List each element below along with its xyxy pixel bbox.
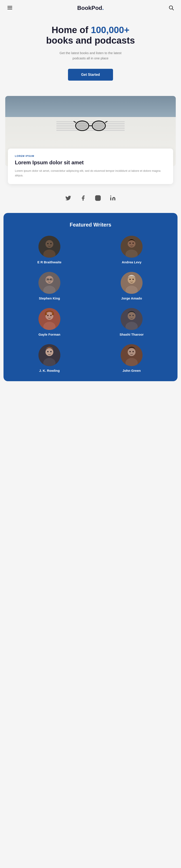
writer-name: Andrea Levy: [122, 260, 141, 264]
hamburger-icon: [7, 5, 13, 10]
svg-point-35: [128, 276, 136, 284]
featured-writers-title: Featured Writers: [10, 222, 171, 228]
instagram-icon: [95, 195, 101, 201]
writer-name: Jorge Amado: [121, 297, 142, 300]
writer-avatar-image: [121, 308, 143, 330]
svg-line-8: [74, 121, 76, 122]
writer-avatar-image: [121, 236, 143, 258]
svg-point-40: [45, 312, 53, 320]
search-icon: [168, 5, 174, 10]
svg-point-44: [45, 313, 47, 315]
svg-point-13: [97, 197, 99, 199]
writer-name: John Green: [122, 369, 141, 372]
hero-title: Home of 100,000+books and podcasts: [10, 25, 171, 46]
svg-point-54: [47, 351, 48, 352]
svg-point-30: [50, 279, 51, 280]
facebook-icon: [80, 195, 86, 201]
list-item[interactable]: Andrea Levy: [93, 236, 171, 264]
list-item[interactable]: J. K. Rowling: [10, 344, 88, 372]
svg-point-60: [133, 351, 134, 352]
svg-point-25: [133, 243, 134, 244]
writer-avatar-image: [38, 344, 60, 366]
svg-point-11: [93, 122, 105, 130]
svg-point-24: [130, 243, 131, 244]
book-section: LOREM IPSUM Lorem Ipsum dolor sit amet L…: [5, 96, 176, 184]
social-bar: [0, 184, 181, 213]
svg-point-55: [50, 351, 51, 352]
list-item[interactable]: E R Braithwaite: [10, 236, 88, 264]
writer-avatar-image: [121, 344, 143, 366]
writer-avatar-image: [38, 272, 60, 294]
twitter-icon: [65, 195, 71, 201]
svg-point-14: [99, 196, 100, 197]
avatar: [121, 236, 143, 258]
svg-point-15: [110, 195, 111, 196]
list-item[interactable]: Jorge Amado: [93, 272, 171, 300]
svg-point-27: [45, 276, 53, 284]
svg-point-59: [130, 351, 131, 352]
book-card: LOREM IPSUM Lorem Ipsum dolor sit amet L…: [8, 149, 173, 184]
logo[interactable]: BookPod.: [77, 5, 104, 11]
avatar: [38, 344, 60, 366]
svg-point-42: [47, 315, 48, 316]
avatar: [121, 272, 143, 294]
book-card-text: Lorem ipsum dolor sit amet, consectetur …: [15, 169, 166, 178]
list-item[interactable]: John Green: [93, 344, 171, 372]
svg-point-50: [133, 315, 134, 316]
list-item[interactable]: Stephen King: [10, 272, 88, 300]
list-item[interactable]: Shashi Tharoor: [93, 308, 171, 336]
list-item[interactable]: Gayle Forman: [10, 308, 88, 336]
writer-name: Shashi Tharoor: [119, 333, 144, 336]
twitter-link[interactable]: [65, 195, 71, 202]
writer-avatar-image: [38, 236, 60, 258]
svg-point-20: [50, 243, 51, 244]
instagram-link[interactable]: [95, 195, 101, 202]
avatar: [38, 308, 60, 330]
svg-point-17: [45, 240, 53, 248]
linkedin-icon: [110, 195, 116, 201]
writer-name: Gayle Forman: [38, 333, 60, 336]
hero-accent: 100,000+: [91, 25, 130, 35]
writer-avatar-image: [38, 308, 60, 330]
svg-point-43: [50, 315, 51, 316]
writer-name: E R Braithwaite: [37, 260, 62, 264]
svg-point-57: [128, 348, 136, 356]
search-button[interactable]: [168, 4, 175, 12]
writer-avatar-image: [121, 272, 143, 294]
writers-grid: E R Braithwaite Andrea Levy: [10, 236, 171, 372]
hamburger-button[interactable]: [6, 4, 13, 12]
avatar: [38, 236, 60, 258]
writer-name: J. K. Rowling: [39, 369, 60, 372]
avatar: [38, 272, 60, 294]
svg-point-10: [76, 122, 88, 130]
svg-point-45: [52, 313, 54, 315]
svg-point-49: [130, 315, 131, 316]
book-card-tag: LOREM IPSUM: [15, 155, 166, 157]
svg-line-4: [172, 9, 174, 10]
svg-line-9: [105, 121, 107, 122]
hero-subtitle: Get the latest books and listen to the l…: [56, 51, 125, 61]
svg-point-47: [128, 312, 136, 320]
writer-name: Stephen King: [39, 297, 60, 300]
glasses-icon: [73, 117, 108, 134]
featured-writers-section: Featured Writers E R Braithwaite: [3, 213, 178, 381]
svg-point-38: [133, 279, 134, 280]
linkedin-link[interactable]: [110, 195, 116, 202]
avatar: [121, 344, 143, 366]
svg-point-29: [47, 279, 48, 280]
logo-dot: .: [102, 5, 104, 11]
logo-text: BookPod: [77, 5, 102, 11]
header: BookPod.: [0, 0, 181, 16]
svg-point-52: [45, 348, 53, 356]
svg-point-19: [47, 243, 48, 244]
facebook-link[interactable]: [80, 195, 86, 202]
hero-section: Home of 100,000+books and podcasts Get t…: [0, 16, 181, 87]
svg-point-37: [130, 279, 131, 280]
book-card-title: Lorem Ipsum dolor sit amet: [15, 159, 166, 166]
avatar: [121, 308, 143, 330]
get-started-button[interactable]: Get Started: [68, 69, 113, 81]
